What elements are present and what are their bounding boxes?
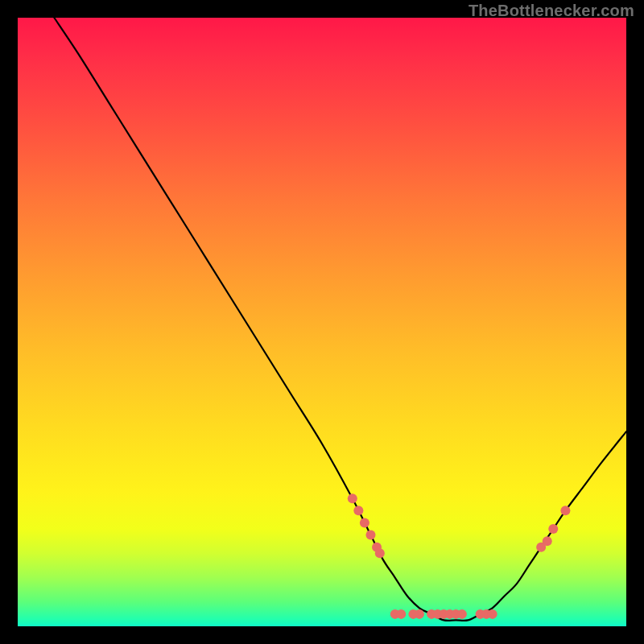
- chart-plot-area: [18, 18, 626, 626]
- curve-marker: [353, 506, 363, 515]
- curve-marker: [360, 518, 369, 527]
- curve-marker: [396, 609, 406, 619]
- chart-svg: [18, 18, 626, 626]
- curve-marker: [488, 609, 497, 619]
- curve-marker: [543, 536, 552, 546]
- curve-marker: [415, 609, 424, 619]
- bottleneck-curve-line: [54, 18, 626, 621]
- curve-marker: [548, 524, 558, 534]
- curve-marker: [560, 506, 570, 515]
- curve-marker: [457, 609, 467, 619]
- curve-marker: [365, 530, 375, 540]
- curve-markers-group: [348, 493, 571, 619]
- curve-marker: [348, 493, 357, 503]
- curve-marker: [375, 548, 385, 558]
- watermark-text: TheBottlenecker.com: [469, 2, 634, 20]
